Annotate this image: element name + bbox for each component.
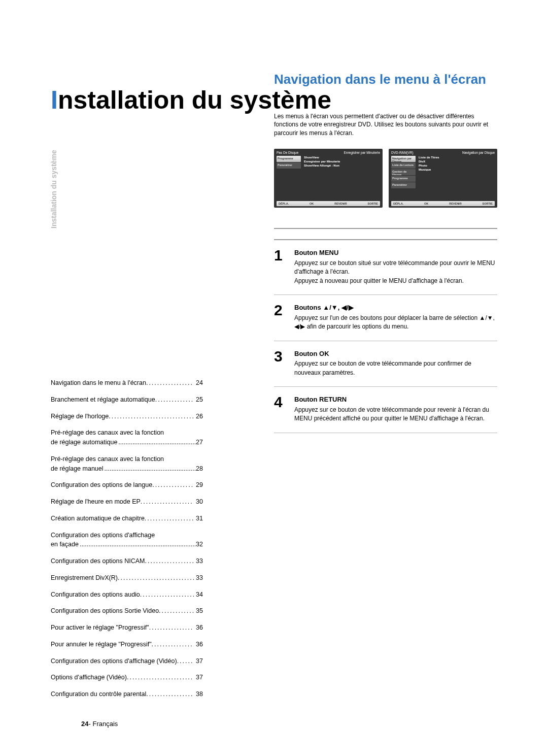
toc-page: 24 bbox=[194, 378, 203, 388]
osd-footer: DÉPLA.OKREVENIRSORTIE bbox=[277, 201, 380, 206]
osd-footer-item: OK bbox=[424, 202, 428, 205]
toc-text: Branchement et réglage automatique bbox=[51, 395, 194, 405]
step: 2Boutons ▲/▼, ◀/▶Appuyez sur l'un de ces… bbox=[274, 295, 497, 341]
osd-footer-item: SORTIE bbox=[368, 202, 378, 205]
toc-page: 38 bbox=[194, 689, 203, 699]
toc-page: 27 bbox=[196, 438, 203, 447]
step-body: Bouton OKAppuyez sur ce bouton de votre … bbox=[294, 349, 497, 378]
toc-row: Pour annuler le réglage "Progressif"36 bbox=[51, 640, 203, 649]
toc-page: 34 bbox=[194, 590, 203, 600]
step-text: Appuyez sur ce bouton de votre télécomma… bbox=[294, 406, 497, 423]
toc-text: Pour annuler le réglage "Progressif" bbox=[51, 640, 194, 649]
toc-row: Enregistrement DivX(R)33 bbox=[51, 573, 203, 583]
osd-list-item: Photo bbox=[419, 164, 495, 167]
table-of-contents: Navigation dans le menu à l'écran24Branc… bbox=[51, 378, 203, 699]
steps-divider bbox=[274, 228, 497, 229]
toc-page: 37 bbox=[194, 656, 203, 666]
toc-row: Configuration des options d'affichageen … bbox=[51, 531, 203, 550]
right-column: Navigation dans le menu à l'écran Les me… bbox=[274, 71, 497, 433]
osd-screenshot-right: DVD-RAM(VR) Navigation par Disque Naviga… bbox=[389, 149, 497, 208]
osd-tab: Navigation par Disque bbox=[391, 156, 416, 162]
osd-header-left: Pas De Disque bbox=[277, 151, 298, 154]
osd-list-item: Enregistrer par Minuterie bbox=[304, 160, 380, 163]
step-title: Bouton RETURN bbox=[294, 395, 497, 405]
step-text: Appuyez sur ce bouton situé sur votre té… bbox=[294, 259, 497, 285]
osd-tab: Programme bbox=[391, 176, 416, 182]
osd-right-tabs: Navigation par DisqueListe de LectureGes… bbox=[391, 156, 416, 196]
toc-page: 33 bbox=[194, 556, 203, 566]
toc-row: Réglage de l'horloge26 bbox=[51, 412, 203, 421]
step-title: Boutons ▲/▼, ◀/▶ bbox=[294, 303, 497, 313]
osd-tab: Gestion de Disque bbox=[391, 169, 416, 175]
toc-text: Configuration des options de langue bbox=[51, 480, 194, 490]
page-footer: 24- Français bbox=[81, 720, 118, 728]
toc-text: Configuration des options Sortie Video bbox=[51, 606, 194, 616]
toc-page: 29 bbox=[194, 480, 203, 490]
osd-list-item: Musique bbox=[419, 168, 495, 171]
toc-text: Réglage de l'horloge bbox=[51, 412, 194, 421]
toc-text: Options d'affichage (Vidéo) bbox=[51, 673, 194, 682]
chapter-title-initial: I bbox=[51, 86, 58, 114]
section-heading: Navigation dans le menu à l'écran bbox=[274, 71, 497, 88]
step-body: Boutons ▲/▼, ◀/▶Appuyez sur l'un de ces … bbox=[294, 303, 497, 332]
osd-list-item: ShowView bbox=[304, 156, 380, 159]
osd-tab: Liste de Lecture bbox=[391, 162, 416, 169]
osd-list-item: Liste de Titres bbox=[419, 156, 495, 159]
step-text: Appuyez sur ce bouton de votre télécomma… bbox=[294, 359, 497, 377]
osd-right-list: Liste de TitresDivXPhotoMusique bbox=[416, 156, 495, 196]
osd-footer: DÉPLA.OKREVENIRSORTIE bbox=[391, 201, 495, 206]
page-number: 24 bbox=[81, 720, 88, 728]
toc-text: Navigation dans le menu à l'écran bbox=[51, 378, 194, 388]
step-number: 1 bbox=[274, 248, 289, 285]
toc-page: 26 bbox=[194, 412, 203, 421]
osd-list-item: ShowView Allongé : Non bbox=[304, 164, 380, 167]
toc-row: Configuration du contrôle parental38 bbox=[51, 689, 203, 699]
step-text: Appuyez sur l'un de ces boutons pour dép… bbox=[294, 314, 497, 332]
toc-row: Configuration des options de langue29 bbox=[51, 480, 203, 490]
page-language: Français bbox=[92, 720, 118, 728]
step-number: 3 bbox=[274, 349, 289, 378]
osd-left-list: ShowViewEnregistrer par MinuterieShowVie… bbox=[301, 156, 380, 196]
osd-left-tabs: ProgrammeParamétrer bbox=[277, 156, 301, 196]
osd-footer-item: REVENIR bbox=[449, 202, 461, 205]
toc-text: Création automatique de chapitre bbox=[51, 514, 194, 523]
toc-row: Pour activer le réglage "Progressif"36 bbox=[51, 623, 203, 633]
toc-row: Navigation dans le menu à l'écran24 bbox=[51, 378, 203, 388]
osd-header-left: DVD-RAM(VR) bbox=[391, 151, 414, 154]
step-number: 4 bbox=[274, 395, 289, 423]
osd-list-item: DivX bbox=[419, 160, 495, 163]
toc-row: Configuration des options NICAM33 bbox=[51, 556, 203, 566]
osd-header-right: Enregistrer par Minuterie bbox=[344, 151, 380, 154]
osd-footer-item: OK bbox=[310, 202, 314, 205]
toc-row: Pré-réglage des canaux avec la fonctiond… bbox=[51, 428, 203, 447]
toc-page: 25 bbox=[194, 395, 203, 405]
toc-page: 28 bbox=[196, 464, 203, 474]
osd-tab: Paramétrer bbox=[391, 182, 416, 188]
page: Installation du système Installation du … bbox=[0, 0, 548, 756]
osd-screenshot-left: Pas De Disque Enregistrer par Minuterie … bbox=[274, 149, 383, 208]
toc-page: 37 bbox=[194, 673, 203, 682]
toc-row: Branchement et réglage automatique25 bbox=[51, 395, 203, 405]
toc-row: Réglage de l'heure en mode EP30 bbox=[51, 497, 203, 507]
step-title: Bouton OK bbox=[294, 349, 497, 359]
toc-page: 36 bbox=[194, 623, 203, 633]
step-title: Bouton MENU bbox=[294, 248, 497, 258]
toc-row: Options d'affichage (Vidéo)37 bbox=[51, 673, 203, 682]
screenshots-row: Pas De Disque Enregistrer par Minuterie … bbox=[274, 149, 497, 208]
osd-tab: Programme bbox=[277, 156, 301, 162]
step-body: Bouton RETURNAppuyez sur ce bouton de vo… bbox=[294, 395, 497, 423]
toc-text: Pour activer le réglage "Progressif" bbox=[51, 623, 194, 633]
intro-paragraph: Les menus à l'écran vous permettent d'ac… bbox=[274, 112, 497, 138]
toc-row: Configuration des options Sortie Video35 bbox=[51, 606, 203, 616]
osd-footer-item: REVENIR bbox=[334, 202, 347, 205]
toc-row: Création automatique de chapitre31 bbox=[51, 514, 203, 523]
toc-text: Enregistrement DivX(R) bbox=[51, 573, 194, 583]
osd-footer-item: DÉPLA. bbox=[393, 202, 403, 205]
osd-footer-item: DÉPLA. bbox=[279, 202, 289, 205]
toc-page: 36 bbox=[194, 640, 203, 649]
toc-text: Configuration des options audio bbox=[51, 590, 194, 600]
toc-text: Réglage de l'heure en mode EP bbox=[51, 497, 194, 507]
osd-tab: Paramétrer bbox=[277, 162, 301, 169]
toc-page: 30 bbox=[194, 497, 203, 507]
toc-page: 33 bbox=[194, 573, 203, 583]
